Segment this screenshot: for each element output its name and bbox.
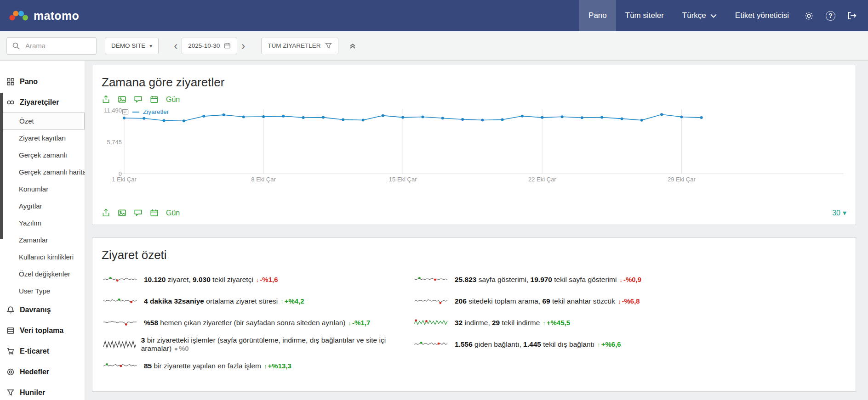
sidebar-item-davran[interactable]: Davranış (0, 299, 85, 320)
help-button[interactable]: ? (820, 0, 841, 31)
nav-item-dashboard[interactable]: Pano (579, 0, 616, 31)
sidebar-item-yaz-l-m[interactable]: Yazılım (0, 214, 85, 231)
sparkline[interactable] (102, 273, 138, 286)
sidebar-item-ger-ek-zamanl[interactable]: Gerçek zamanlı (0, 146, 85, 163)
period-label[interactable]: Gün (166, 209, 180, 217)
sparkline[interactable] (412, 295, 449, 308)
calendar-period-icon[interactable] (150, 95, 159, 104)
sidebar-item-veri-toplama[interactable]: Veri toplama (0, 320, 85, 341)
legend-series-label: Ziyaretler (143, 108, 169, 115)
metric-label: ziyaret, (166, 276, 193, 283)
sparkline[interactable] (412, 273, 449, 286)
sparkline[interactable] (102, 295, 138, 308)
visits-line-chart[interactable]: 1 Eki Çar8 Eki Çar15 Eki Çar22 Eki Çar29… (102, 107, 846, 186)
metric-value: 32 (455, 319, 463, 327)
visit-summary-card: Ziyaret özeti 10.120 ziyaret, 9.030 teki… (92, 237, 856, 392)
visit-summary-right-column: 25.823 sayfa gösterimi, 19.970 tekil say… (412, 269, 846, 377)
nav-item-language[interactable]: Türkçe (673, 0, 726, 31)
metric-value: 1.556 (455, 340, 473, 348)
sidebar-item-e-ticaret[interactable]: E-ticaret (0, 341, 85, 361)
sparkline[interactable] (102, 316, 138, 329)
sidebar-item-kullan-c-kimlikleri[interactable]: Kullanıcı kimlikleri (0, 248, 85, 265)
svg-text:22 Eki Çar: 22 Eki Çar (528, 176, 556, 183)
collapse-header-button[interactable] (348, 42, 357, 50)
sidebar-item-zamanlar[interactable]: Zamanlar (0, 231, 85, 248)
logout-button[interactable] (841, 0, 862, 31)
site-selector[interactable]: DEMO SITE ▾ (105, 38, 159, 54)
segment-selector[interactable]: TÜM ZİYARETLER (261, 38, 338, 54)
sign-out-icon (847, 11, 857, 20)
matomo-logo[interactable]: matomo (0, 9, 88, 23)
sidebar-item-label: Ziyaret kayıtları (19, 134, 66, 142)
trend-down-icon: ↓ (256, 276, 259, 283)
caret-down-icon: ▾ (843, 208, 846, 217)
trend-up-icon: ↑ (542, 320, 546, 327)
chart-legend[interactable]: Ziyaretler (122, 108, 169, 115)
funnels-icon (6, 389, 15, 397)
evolution-indicator: ↓-%1,7 (348, 319, 371, 327)
sidebar-item-label: Gerçek zamanlı (19, 151, 67, 159)
export-icon[interactable] (102, 208, 110, 217)
sidebar-item-label: Veri toplama (20, 327, 63, 335)
date-range-selector[interactable]: 2025-10-30 (182, 38, 237, 54)
summary-metric-text: 1.556 giden bağlantı, 1.445 tekil dış ba… (455, 340, 621, 349)
metric-label: hemen çıkan ziyaretler (bir sayfadan son… (158, 319, 346, 327)
sparkline[interactable] (102, 338, 136, 351)
previous-period-button[interactable]: ‹ (170, 40, 182, 51)
evolution-indicator: ↑+%6,6 (597, 340, 621, 348)
row-limit-selector[interactable]: 30 ▾ (832, 208, 846, 217)
svg-text:1 Eki Çar: 1 Eki Çar (112, 176, 137, 183)
widget-actions: Gün (102, 95, 846, 104)
sidebar-item-user-type[interactable]: User Type (0, 282, 85, 299)
summary-metric-text: 32 indirme, 29 tekil indirme↑+%45,5 (455, 319, 570, 327)
period-label[interactable]: Gün (166, 96, 180, 104)
evolution-indicator: ↓-%6,8 (618, 297, 640, 305)
sidebar-item-ger-ek-zamanl-harita[interactable]: Gerçek zamanlı harita (0, 163, 85, 180)
evolution-value: -%1,7 (352, 319, 370, 327)
ecommerce-icon (6, 347, 15, 355)
sidebar-scrollbar-thumb[interactable] (0, 93, 3, 239)
metric-value: 9.030 (193, 276, 211, 283)
sidebar-item-zel-de-i-kenler[interactable]: Özel değişkenler (0, 265, 85, 282)
sidebar-item-zet[interactable]: Özet (0, 113, 85, 130)
evolution-value: %0 (179, 344, 189, 352)
summary-row: 3 bir ziyaretteki işlemler (sayfa görünt… (102, 333, 412, 355)
export-icon[interactable] (102, 95, 110, 104)
summary-row: 10.120 ziyaret, 9.030 tekil ziyaretçi↓-%… (102, 269, 412, 290)
visit-summary-columns: 10.120 ziyaret, 9.030 tekil ziyaretçi↓-%… (102, 269, 846, 377)
sparkline[interactable] (412, 338, 449, 351)
export-image-icon[interactable] (118, 95, 126, 104)
sidebar-item-label: Yazılım (19, 219, 41, 227)
sidebar-item-ziyaret-iler[interactable]: Ziyaretçiler (0, 92, 85, 113)
evolution-indicator: ↑+%13,3 (264, 362, 291, 370)
sidebar-item-hedefler[interactable]: Hedefler (0, 361, 85, 382)
calendar-period-icon[interactable] (150, 208, 159, 217)
sidebar-item-konumlar[interactable]: Konumlar (0, 180, 85, 197)
annotations-icon[interactable] (134, 208, 143, 217)
metric-label: tekil anahtar sözcük (550, 297, 615, 305)
sidebar-item-huniler[interactable]: Huniler (0, 382, 85, 400)
nav-item-tag-manager[interactable]: Etiket yöneticisi (726, 0, 798, 31)
metric-value: 19.970 (531, 276, 552, 283)
sparkline[interactable] (102, 360, 138, 372)
sparkline[interactable] (412, 316, 449, 329)
sidebar-item-ziyaret-kay-tlar[interactable]: Ziyaret kayıtları (0, 130, 85, 146)
search-input[interactable] (24, 41, 91, 50)
annotations-view-icon[interactable] (122, 108, 129, 115)
annotations-icon[interactable] (134, 95, 143, 104)
export-image-icon[interactable] (118, 208, 126, 217)
search-box[interactable] (6, 37, 97, 55)
settings-button[interactable] (798, 0, 820, 31)
metric-label: ortalama ziyaret süresi (204, 297, 278, 305)
nav-item-all-websites[interactable]: Tüm siteler (616, 0, 673, 31)
summary-row: 206 sitedeki toplam arama, 69 tekil anah… (412, 290, 846, 312)
help-icon: ? (826, 11, 835, 21)
metric-value: 25.823 (455, 276, 476, 283)
summary-metric-text: %58 hemen çıkan ziyaretler (bir sayfadan… (144, 319, 370, 327)
sidebar-item-pano[interactable]: Pano (0, 71, 85, 92)
sidebar-item-ayg-tlar[interactable]: Aygıtlar (0, 197, 85, 214)
next-period-button[interactable]: › (237, 40, 249, 51)
top-navbar: matomo Pano Tüm siteler Türkçe Etiket yö… (0, 0, 868, 31)
metric-label: sayfa gösterimi, (476, 276, 530, 283)
sidebar-item-label: Aygıtlar (19, 202, 42, 210)
